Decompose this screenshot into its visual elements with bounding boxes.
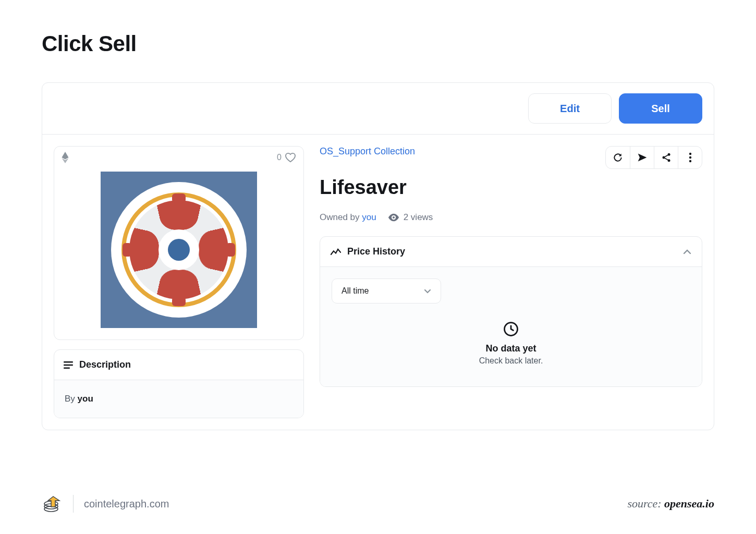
footer: cointelegraph.com source: opensea.io [42,493,714,514]
empty-subtitle: Check back later. [332,356,690,366]
price-history-panel: Price History All time [320,236,702,387]
sell-button[interactable]: Sell [619,93,702,124]
footer-site: cointelegraph.com [84,498,169,510]
owned-by-label: Owned by [320,212,362,222]
svg-point-3 [667,153,670,156]
more-button[interactable] [678,147,702,168]
send-button[interactable] [630,147,654,168]
chevron-down-icon [424,289,431,294]
activity-icon [331,248,341,256]
eye-icon [388,213,399,222]
refresh-button[interactable] [606,147,630,168]
empty-title: No data yet [332,343,690,354]
page-title: Click Sell [42,31,714,56]
like-count: 0 [277,153,282,162]
time-range-value: All time [342,286,369,296]
view-count: 2 views [404,212,433,223]
asset-image [54,168,303,339]
description-panel: Description By you [54,349,304,418]
svg-point-4 [662,156,665,159]
svg-point-6 [689,153,691,155]
svg-rect-0 [64,361,73,363]
svg-point-5 [667,159,670,162]
heart-icon[interactable] [285,152,296,163]
svg-point-7 [689,156,691,159]
media-card: 0 [54,146,304,340]
svg-rect-2 [64,367,70,369]
source-value: opensea.io [664,497,714,510]
chevron-up-icon[interactable] [683,249,691,254]
action-bar: Edit Sell [42,83,714,135]
list-icon [64,361,73,369]
clock-icon [332,321,690,337]
svg-point-8 [689,160,691,162]
ownership-row: Owned by you 2 views [320,212,702,223]
asset-title: Lifesaver [320,176,702,199]
asset-card: Edit Sell 0 [42,82,714,430]
collection-link[interactable]: OS_Support Collection [320,146,415,157]
cointelegraph-logo [42,493,63,514]
svg-point-9 [393,216,395,219]
owner-link[interactable]: you [362,212,376,222]
description-heading: Description [79,359,131,370]
asset-actions [605,146,702,169]
time-range-select[interactable]: All time [332,278,441,304]
share-button[interactable] [654,147,678,168]
description-body: By you [54,380,303,418]
edit-button[interactable]: Edit [528,93,612,124]
svg-rect-1 [64,364,73,366]
price-history-heading: Price History [347,246,405,257]
ethereum-icon [62,152,69,163]
source-label: source: [627,497,664,510]
